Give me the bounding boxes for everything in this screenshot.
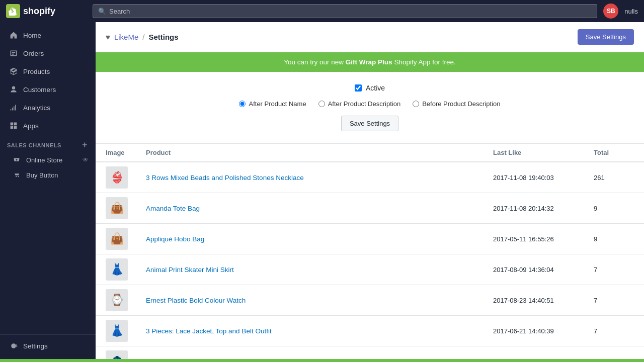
sidebar: Home Orders Products Cu	[0, 22, 96, 359]
active-label: Active	[366, 84, 385, 92]
last-like: 2017-06-21 14:40:39	[493, 327, 594, 335]
heart-icon: ♥	[106, 33, 110, 41]
page-header: ♥ LikeMe / Settings Save Settings	[96, 22, 644, 52]
sidebar-settings-label: Settings	[23, 342, 48, 350]
product-image: 👗	[106, 258, 128, 281]
sidebar-item-home[interactable]: Home	[2, 27, 94, 44]
table-row: 👜 Appliqué Hobo Bag 2017-05-11 16:55:26 …	[96, 224, 644, 254]
online-store-icon	[12, 155, 21, 164]
save-button-row: Save Settings	[106, 116, 634, 131]
radio-before-desc-label: Before Product Description	[422, 100, 500, 108]
table-row: 👗 Animal Print Skater Mini Skirt 2017-08…	[96, 254, 644, 285]
settings-panel: Active After Product Name After Product …	[96, 72, 644, 144]
sidebar-item-online-store[interactable]: Online Store 👁	[0, 152, 96, 167]
table-row: 👜 Amanda Tote Bag 2017-11-08 20:14:32 9	[96, 193, 644, 224]
main-content: ♥ LikeMe / Settings Save Settings You ca…	[96, 22, 644, 359]
breadcrumb-link[interactable]: LikeMe	[114, 33, 138, 41]
product-table: Image Product Last Like Total 👙 3 Rows M…	[96, 144, 644, 359]
sidebar-analytics-label: Analytics	[23, 104, 50, 112]
sidebar-item-orders[interactable]: Orders	[2, 45, 94, 62]
product-name[interactable]: Amanda Tote Bag	[146, 205, 493, 212]
table-row: 👗 3 Pieces: Lace Jacket, Top and Belt Ou…	[96, 316, 644, 346]
total-count: 7	[594, 297, 634, 304]
orders-icon	[9, 49, 18, 58]
settings-icon	[9, 341, 18, 350]
user-name: nulls	[624, 8, 638, 15]
sidebar-item-settings[interactable]: Settings	[2, 337, 94, 354]
buy-button-icon	[12, 170, 21, 179]
radio-before-product-description[interactable]: Before Product Description	[413, 100, 500, 108]
user-avatar[interactable]: SB	[603, 4, 618, 19]
breadcrumb: ♥ LikeMe / Settings	[106, 33, 179, 41]
analytics-icon	[9, 103, 18, 112]
radio-after-desc-label: After Product Description	[328, 100, 401, 108]
promotion-banner: You can try our new Gift Wrap Plus Shopi…	[96, 52, 644, 72]
bottom-bar	[0, 359, 644, 362]
last-like: 2017-08-23 14:40:51	[493, 297, 594, 304]
product-name[interactable]: 3 Rows Mixed Beads and Polished Stones N…	[146, 174, 493, 182]
last-like: 2017-05-11 16:55:26	[493, 235, 594, 243]
radio-after-product-name[interactable]: After Product Name	[239, 100, 306, 108]
header-last-like: Last Like	[493, 149, 594, 156]
logo-area[interactable]: shopify	[6, 4, 87, 18]
header-total: Total	[594, 149, 634, 156]
sidebar-item-analytics[interactable]: Analytics	[2, 99, 94, 116]
table-row: 👙 3 Rows Mixed Beads and Polished Stones…	[96, 162, 644, 193]
sales-channels-header: SALES CHANNELS ＋	[0, 135, 96, 152]
total-count: 7	[594, 327, 634, 335]
save-settings-inner-button[interactable]: Save Settings	[341, 116, 398, 131]
buy-button-label: Buy Button	[26, 171, 58, 179]
radio-before-desc-input[interactable]	[413, 101, 419, 107]
logo-text: shopify	[23, 6, 55, 17]
header-image: Image	[106, 149, 146, 156]
search-icon: 🔍	[98, 8, 106, 15]
sidebar-item-customers[interactable]: Customers	[2, 81, 94, 98]
product-name[interactable]: 3 Pieces: Lace Jacket, Top and Belt Outf…	[146, 327, 493, 335]
radio-after-name-input[interactable]	[239, 101, 246, 107]
total-count: 261	[594, 174, 634, 182]
save-settings-button[interactable]: Save Settings	[578, 29, 634, 45]
radio-after-name-label: After Product Name	[249, 100, 306, 108]
sidebar-item-apps[interactable]: Apps	[2, 117, 94, 134]
active-checkbox[interactable]	[355, 84, 362, 92]
radio-after-product-description[interactable]: After Product Description	[318, 100, 401, 108]
product-image: 🧥	[106, 350, 128, 359]
table-body: 👙 3 Rows Mixed Beads and Polished Stones…	[96, 162, 644, 359]
last-like: 2017-11-08 20:14:32	[493, 205, 594, 212]
active-row: Active	[106, 84, 634, 92]
sidebar-home-label: Home	[23, 32, 41, 39]
table-row: 🧥 Betty Knit Cardigan 2017-11-27 09:25:4…	[96, 346, 644, 359]
last-like: 2017-08-09 14:36:04	[493, 266, 594, 274]
radio-after-desc-input[interactable]	[318, 101, 325, 107]
sidebar-item-buy-button[interactable]: Buy Button	[0, 167, 96, 183]
last-like: 2017-11-08 19:40:03	[493, 174, 594, 182]
search-placeholder: Search	[109, 8, 130, 15]
total-count: 9	[594, 235, 634, 243]
apps-icon	[9, 121, 18, 130]
sidebar-apps-label: Apps	[23, 122, 39, 130]
sidebar-item-products[interactable]: Products	[2, 63, 94, 80]
eye-icon[interactable]: 👁	[83, 156, 89, 163]
home-icon	[9, 31, 18, 40]
online-store-label: Online Store	[26, 156, 62, 164]
radio-options-row: After Product Name After Product Descrip…	[106, 100, 634, 108]
table-row: ⌚ Ernest Plastic Bold Colour Watch 2017-…	[96, 285, 644, 316]
product-name[interactable]: Animal Print Skater Mini Skirt	[146, 266, 493, 274]
product-image: 👗	[106, 320, 128, 342]
customers-icon	[9, 85, 18, 94]
breadcrumb-separator: /	[142, 33, 144, 41]
search-bar[interactable]: 🔍 Search	[93, 4, 597, 18]
product-image: 👜	[106, 197, 128, 219]
total-count: 9	[594, 205, 634, 212]
top-navigation: shopify 🔍 Search SB nulls	[0, 0, 644, 22]
total-count: 7	[594, 266, 634, 274]
products-icon	[9, 67, 18, 76]
shopify-logo-icon	[6, 4, 20, 18]
product-name[interactable]: Ernest Plastic Bold Colour Watch	[146, 297, 493, 304]
product-name[interactable]: Appliqué Hobo Bag	[146, 235, 493, 243]
sidebar-orders-label: Orders	[23, 50, 44, 57]
add-sales-channel-button[interactable]: ＋	[80, 140, 89, 150]
sidebar-products-label: Products	[23, 68, 50, 75]
header-product: Product	[146, 149, 493, 156]
sidebar-customers-label: Customers	[23, 86, 56, 94]
